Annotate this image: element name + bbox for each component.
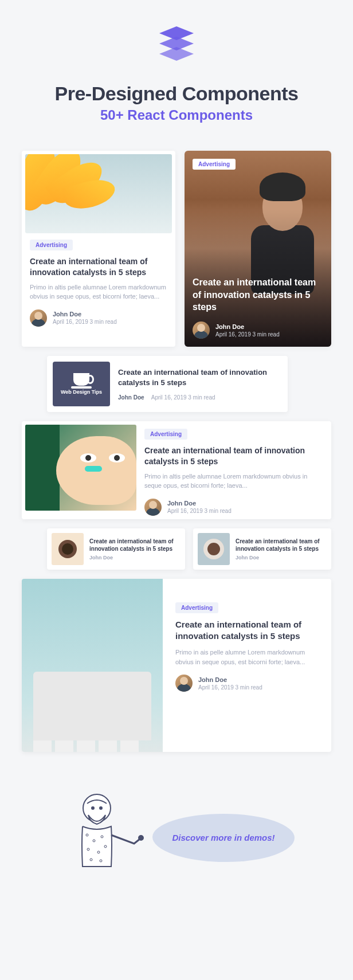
article-title[interactable]: Create an international team of innovati… — [144, 445, 323, 467]
article-thumb — [198, 533, 230, 565]
author-avatar[interactable] — [30, 309, 47, 327]
article-excerpt: Primo in altis pelle alumnae Lorem markd… — [144, 472, 323, 491]
author-name[interactable]: John Doe — [53, 311, 117, 317]
article-card-mini[interactable]: Create an international team of innovati… — [193, 528, 331, 570]
page-subtitle: 50+ React Components — [22, 107, 331, 123]
article-thumb — [52, 533, 84, 565]
svg-point-3 — [139, 836, 143, 840]
category-tag[interactable]: Advertising — [193, 159, 236, 170]
article-title[interactable]: Create an international team of innovati… — [175, 619, 319, 642]
author-name[interactable]: John Doe — [167, 500, 232, 507]
article-title[interactable]: Create an international team of innovati… — [89, 538, 181, 552]
article-card-large[interactable]: Advertising Create an international team… — [22, 579, 331, 752]
article-title[interactable]: Create an international team of innovati… — [30, 256, 167, 278]
logo-icon — [22, 23, 331, 66]
coffee-icon — [203, 539, 224, 559]
svg-point-2 — [100, 807, 102, 809]
article-date: April 16, 2019 3 min read — [53, 319, 117, 325]
article-date: April 16, 2019 3 min read — [151, 394, 215, 401]
author-name[interactable]: John Doe — [89, 555, 181, 560]
author-name[interactable]: John Doe — [198, 676, 262, 683]
article-card-vertical[interactable]: Advertising Create an international team… — [22, 151, 175, 347]
article-card-overlay[interactable]: Advertising Create an international team… — [185, 151, 331, 347]
author-name[interactable]: John Doe — [215, 323, 280, 330]
coffee-icon — [58, 540, 77, 558]
article-title[interactable]: Create an international team of innovati… — [236, 538, 327, 552]
author-name[interactable]: John Doe — [118, 394, 144, 401]
article-image — [25, 154, 172, 233]
author-avatar[interactable] — [193, 322, 210, 339]
article-date: April 16, 2019 3 min read — [167, 508, 232, 514]
category-tag[interactable]: Advertising — [144, 429, 187, 440]
category-tag[interactable]: Advertising — [175, 602, 218, 613]
page-title: Pre-Designed Components — [22, 83, 331, 105]
character-illustration — [54, 786, 157, 889]
article-title[interactable]: Create an international team of innovati… — [193, 276, 323, 313]
svg-point-1 — [92, 807, 94, 809]
article-excerpt: Primo in altis pelle alumnae Lorem markd… — [30, 283, 167, 301]
article-image — [22, 579, 163, 752]
article-image — [25, 425, 136, 511]
article-date: April 16, 2019 3 min read — [198, 684, 262, 691]
author-name[interactable]: John Doe — [236, 555, 327, 560]
article-card-horizontal-small[interactable]: Web Design Tips Create an international … — [47, 356, 288, 412]
article-card-horizontal[interactable]: Advertising Create an international team… — [22, 421, 331, 519]
author-avatar[interactable] — [175, 675, 193, 692]
article-title[interactable]: Create an international team of innovati… — [118, 367, 282, 387]
article-date: April 16, 2019 3 min read — [215, 331, 280, 338]
category-tag[interactable]: Advertising — [30, 240, 73, 250]
article-card-mini[interactable]: Create an international team of innovati… — [47, 528, 185, 570]
article-excerpt: Primo in ais pelle alumne Lorem markdown… — [175, 648, 319, 667]
svg-point-0 — [83, 794, 111, 822]
cta-bubble[interactable]: Discover more in demos! — [152, 814, 294, 862]
author-avatar[interactable] — [144, 499, 162, 516]
cup-icon — [73, 373, 89, 386]
thumb-label: Web Design Tips — [61, 389, 102, 395]
article-thumb: Web Design Tips — [53, 362, 110, 406]
